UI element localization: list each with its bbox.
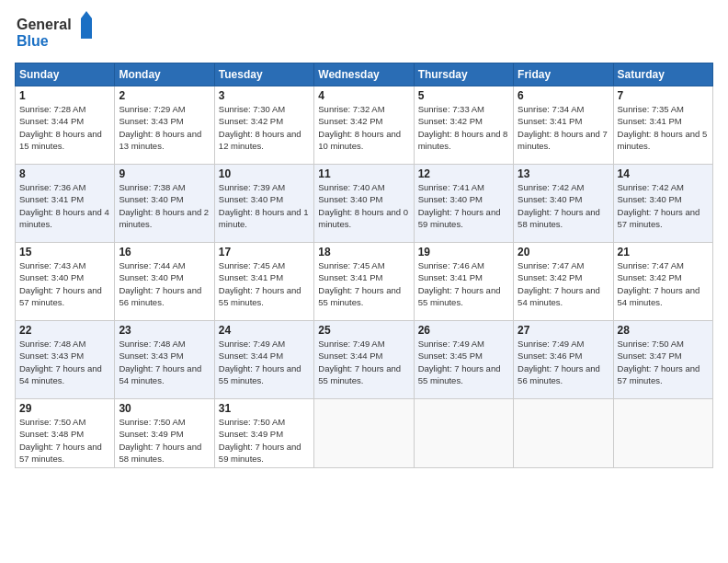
day-number: 10 xyxy=(219,167,310,180)
day-info: Sunrise: 7:48 AMSunset: 3:43 PMDaylight:… xyxy=(19,338,110,386)
day-number: 12 xyxy=(418,167,509,180)
calendar-cell: 22Sunrise: 7:48 AMSunset: 3:43 PMDayligh… xyxy=(16,321,115,399)
day-info: Sunrise: 7:40 AMSunset: 3:40 PMDaylight:… xyxy=(318,181,409,230)
day-info: Sunrise: 7:41 AMSunset: 3:40 PMDaylight:… xyxy=(418,181,509,230)
calendar-cell: 29Sunrise: 7:50 AMSunset: 3:48 PMDayligh… xyxy=(16,399,115,468)
calendar-cell: 14Sunrise: 7:42 AMSunset: 3:40 PMDayligh… xyxy=(613,165,712,243)
day-info: Sunrise: 7:38 AMSunset: 3:40 PMDaylight:… xyxy=(119,181,210,230)
calendar-cell: 4Sunrise: 7:32 AMSunset: 3:42 PMDaylight… xyxy=(314,86,414,165)
calendar-cell: 11Sunrise: 7:40 AMSunset: 3:40 PMDayligh… xyxy=(314,165,414,243)
calendar-cell: 18Sunrise: 7:45 AMSunset: 3:41 PMDayligh… xyxy=(314,243,414,321)
day-info: Sunrise: 7:32 AMSunset: 3:42 PMDaylight:… xyxy=(318,103,409,152)
day-number: 15 xyxy=(19,246,110,259)
day-number: 5 xyxy=(418,89,509,102)
day-info: Sunrise: 7:43 AMSunset: 3:40 PMDaylight:… xyxy=(19,259,110,308)
day-number: 20 xyxy=(518,246,609,259)
day-info: Sunrise: 7:39 AMSunset: 3:40 PMDaylight:… xyxy=(219,181,310,230)
day-number: 16 xyxy=(119,246,210,259)
day-number: 23 xyxy=(119,324,210,337)
col-header-friday: Friday xyxy=(514,63,613,86)
col-header-monday: Monday xyxy=(115,63,214,86)
calendar-cell: 8Sunrise: 7:36 AMSunset: 3:41 PMDaylight… xyxy=(16,165,115,243)
calendar-cell: 26Sunrise: 7:49 AMSunset: 3:45 PMDayligh… xyxy=(414,321,513,399)
col-header-wednesday: Wednesday xyxy=(314,63,414,86)
svg-marker-3 xyxy=(81,11,92,18)
col-header-sunday: Sunday xyxy=(16,63,115,86)
col-header-thursday: Thursday xyxy=(414,63,513,86)
calendar-week-row: 8Sunrise: 7:36 AMSunset: 3:41 PMDaylight… xyxy=(16,165,713,243)
day-info: Sunrise: 7:50 AMSunset: 3:49 PMDaylight:… xyxy=(219,416,310,465)
day-info: Sunrise: 7:45 AMSunset: 3:41 PMDaylight:… xyxy=(219,259,310,308)
calendar-cell: 31Sunrise: 7:50 AMSunset: 3:49 PMDayligh… xyxy=(214,399,313,468)
calendar-cell xyxy=(414,399,513,468)
calendar-cell: 28Sunrise: 7:50 AMSunset: 3:47 PMDayligh… xyxy=(613,321,712,399)
day-info: Sunrise: 7:42 AMSunset: 3:40 PMDaylight:… xyxy=(618,181,709,230)
svg-marker-2 xyxy=(81,18,92,39)
calendar-cell: 6Sunrise: 7:34 AMSunset: 3:41 PMDaylight… xyxy=(514,86,613,165)
calendar-cell: 12Sunrise: 7:41 AMSunset: 3:40 PMDayligh… xyxy=(414,165,513,243)
calendar-cell: 13Sunrise: 7:42 AMSunset: 3:40 PMDayligh… xyxy=(514,165,613,243)
day-number: 26 xyxy=(418,324,509,337)
day-number: 11 xyxy=(318,167,409,180)
day-number: 6 xyxy=(518,89,609,102)
calendar-cell: 27Sunrise: 7:49 AMSunset: 3:46 PMDayligh… xyxy=(514,321,613,399)
calendar-cell xyxy=(613,399,712,468)
day-info: Sunrise: 7:29 AMSunset: 3:43 PMDaylight:… xyxy=(119,103,210,152)
svg-text:General: General xyxy=(17,17,72,32)
day-info: Sunrise: 7:44 AMSunset: 3:40 PMDaylight:… xyxy=(119,259,210,308)
calendar-cell: 1Sunrise: 7:28 AMSunset: 3:44 PMDaylight… xyxy=(16,86,115,165)
calendar-cell: 21Sunrise: 7:47 AMSunset: 3:42 PMDayligh… xyxy=(613,243,712,321)
day-info: Sunrise: 7:50 AMSunset: 3:47 PMDaylight:… xyxy=(618,338,709,386)
day-info: Sunrise: 7:48 AMSunset: 3:43 PMDaylight:… xyxy=(119,338,210,386)
calendar-cell: 17Sunrise: 7:45 AMSunset: 3:41 PMDayligh… xyxy=(214,243,313,321)
day-number: 28 xyxy=(618,324,709,337)
col-header-saturday: Saturday xyxy=(613,63,712,86)
day-info: Sunrise: 7:50 AMSunset: 3:49 PMDaylight:… xyxy=(119,416,210,465)
day-number: 30 xyxy=(119,402,210,415)
day-info: Sunrise: 7:28 AMSunset: 3:44 PMDaylight:… xyxy=(19,103,110,152)
calendar-cell: 3Sunrise: 7:30 AMSunset: 3:42 PMDaylight… xyxy=(214,86,313,165)
day-info: Sunrise: 7:33 AMSunset: 3:42 PMDaylight:… xyxy=(418,103,509,152)
day-info: Sunrise: 7:49 AMSunset: 3:45 PMDaylight:… xyxy=(418,338,509,386)
day-number: 8 xyxy=(19,167,110,180)
calendar-cell: 16Sunrise: 7:44 AMSunset: 3:40 PMDayligh… xyxy=(115,243,214,321)
logo: General Blue xyxy=(15,11,97,55)
calendar-cell: 19Sunrise: 7:46 AMSunset: 3:41 PMDayligh… xyxy=(414,243,513,321)
calendar-cell: 7Sunrise: 7:35 AMSunset: 3:41 PMDaylight… xyxy=(613,86,712,165)
day-number: 22 xyxy=(19,324,110,337)
day-info: Sunrise: 7:49 AMSunset: 3:44 PMDaylight:… xyxy=(219,338,310,386)
day-number: 29 xyxy=(19,402,110,415)
day-number: 18 xyxy=(318,246,409,259)
day-info: Sunrise: 7:50 AMSunset: 3:48 PMDaylight:… xyxy=(19,416,110,465)
calendar-week-row: 1Sunrise: 7:28 AMSunset: 3:44 PMDaylight… xyxy=(16,86,713,165)
day-info: Sunrise: 7:45 AMSunset: 3:41 PMDaylight:… xyxy=(318,259,409,308)
day-number: 24 xyxy=(219,324,310,337)
day-number: 31 xyxy=(219,402,310,415)
calendar-cell: 5Sunrise: 7:33 AMSunset: 3:42 PMDaylight… xyxy=(414,86,513,165)
calendar-table: SundayMondayTuesdayWednesdayThursdayFrid… xyxy=(15,63,713,468)
day-number: 13 xyxy=(518,167,609,180)
day-number: 19 xyxy=(418,246,509,259)
page: General Blue SundayMondayTuesdayWednesda… xyxy=(0,0,728,563)
day-number: 14 xyxy=(618,167,709,180)
col-header-tuesday: Tuesday xyxy=(214,63,313,86)
calendar-week-row: 22Sunrise: 7:48 AMSunset: 3:43 PMDayligh… xyxy=(16,321,713,399)
day-info: Sunrise: 7:47 AMSunset: 3:42 PMDaylight:… xyxy=(618,259,709,308)
calendar-cell: 23Sunrise: 7:48 AMSunset: 3:43 PMDayligh… xyxy=(115,321,214,399)
day-number: 2 xyxy=(119,89,210,102)
logo-icon: General Blue xyxy=(15,11,97,52)
day-number: 1 xyxy=(19,89,110,102)
day-number: 3 xyxy=(219,89,310,102)
calendar-cell: 20Sunrise: 7:47 AMSunset: 3:42 PMDayligh… xyxy=(514,243,613,321)
day-info: Sunrise: 7:46 AMSunset: 3:41 PMDaylight:… xyxy=(418,259,509,308)
calendar-cell: 2Sunrise: 7:29 AMSunset: 3:43 PMDaylight… xyxy=(115,86,214,165)
day-info: Sunrise: 7:47 AMSunset: 3:42 PMDaylight:… xyxy=(518,259,609,308)
day-number: 25 xyxy=(318,324,409,337)
calendar-cell: 25Sunrise: 7:49 AMSunset: 3:44 PMDayligh… xyxy=(314,321,414,399)
day-info: Sunrise: 7:42 AMSunset: 3:40 PMDaylight:… xyxy=(518,181,609,230)
day-info: Sunrise: 7:36 AMSunset: 3:41 PMDaylight:… xyxy=(19,181,110,230)
day-info: Sunrise: 7:35 AMSunset: 3:41 PMDaylight:… xyxy=(618,103,709,152)
calendar-header-row: SundayMondayTuesdayWednesdayThursdayFrid… xyxy=(16,63,713,86)
calendar-cell xyxy=(514,399,613,468)
calendar-cell: 30Sunrise: 7:50 AMSunset: 3:49 PMDayligh… xyxy=(115,399,214,468)
